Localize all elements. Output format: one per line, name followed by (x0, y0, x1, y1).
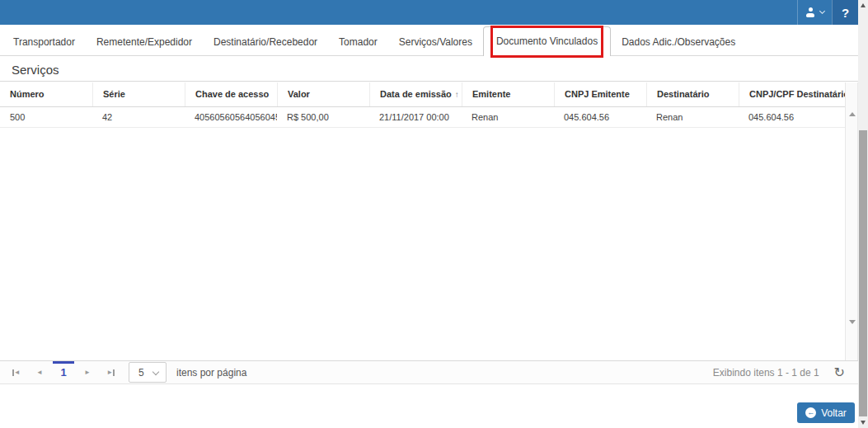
app-window: ? Transportador Remetente/Expedidor Dest… (0, 0, 868, 428)
tab-documento-vinculados[interactable]: Documento Vinculados (483, 26, 611, 56)
help-icon: ? (842, 6, 849, 20)
next-page-button[interactable]: ► (77, 363, 97, 383)
next-page-icon: ► (84, 369, 91, 376)
grid-scrollbar[interactable] (845, 82, 858, 360)
cell-cnpj-emitente: 045.604.56 (554, 107, 646, 127)
cell-valor: R$ 500,00 (277, 107, 369, 127)
tab-dados-adic-observacoes[interactable]: Dados Adic./Observações (611, 30, 746, 56)
chevron-down-icon (819, 8, 825, 14)
selected-page-indicator (53, 361, 74, 364)
first-page-button[interactable]: ◄ (7, 363, 26, 383)
scroll-up-icon[interactable] (861, 3, 866, 7)
voltar-button-label: Voltar (821, 407, 847, 419)
page-scrollbar[interactable] (858, 0, 868, 428)
topbar: ? (0, 0, 858, 25)
sort-ascending-icon: ↑ (455, 90, 459, 99)
tab-remetente-expedidor[interactable]: Remetente/Expedidor (86, 30, 203, 56)
tab-strip: Transportador Remetente/Expedidor Destin… (0, 30, 858, 56)
grid-body: 500 42 40560560564056045640650... R$ 500… (0, 107, 845, 360)
column-header-serie[interactable]: Série (92, 82, 185, 106)
help-button[interactable]: ? (832, 0, 858, 25)
last-page-button[interactable]: ► (101, 363, 120, 383)
column-header-destinatario[interactable]: Destinatário (646, 82, 739, 106)
back-icon: ← (805, 407, 816, 418)
cell-serie: 42 (92, 107, 185, 127)
grid-header-row: Número Série Chave de acesso Valor Data … (0, 82, 845, 107)
page-size-label: itens por página (176, 367, 246, 379)
tab-tomador[interactable]: Tomador (328, 30, 388, 56)
cell-destinatario: Renan (646, 107, 739, 127)
column-header-cnpj-emitente[interactable]: CNPJ Emitente (554, 82, 646, 106)
servicos-grid: Número Série Chave de acesso Valor Data … (0, 82, 858, 384)
scroll-down-icon[interactable] (861, 421, 866, 425)
column-header-cnpj-cpf-destinatario[interactable]: CNPJ/CPF Destinatário (739, 82, 845, 106)
grid-pager: ◄ ◄ 1 ► ► 5 itens por página Exibindo it… (0, 360, 858, 384)
scrollbar-thumb[interactable] (859, 130, 867, 416)
page-number-button[interactable]: 1 (53, 363, 74, 383)
tab-label: Documento Vinculados (496, 35, 598, 47)
page-title: Serviços (0, 63, 858, 77)
refresh-icon[interactable]: ↻ (834, 366, 845, 379)
tab-label: Dados Adic./Observações (622, 36, 735, 48)
cell-numero: 500 (0, 107, 92, 127)
cell-chave-de-acesso: 40560560564056045640650... (185, 107, 277, 127)
last-page-icon: ► (106, 369, 114, 376)
user-menu-button[interactable] (797, 0, 832, 25)
chevron-down-icon (152, 369, 159, 375)
section-header: Serviços (0, 63, 858, 82)
tab-servicos-valores[interactable]: Serviços/Valores (388, 30, 483, 56)
tab-destinatario-recebedor[interactable]: Destinatário/Recebedor (203, 30, 328, 56)
page-size-select[interactable]: 5 (129, 362, 167, 383)
column-header-valor[interactable]: Valor (277, 82, 369, 106)
cell-data-de-emissao: 21/11/2017 00:00 (369, 107, 462, 127)
column-header-label: Data de emissão (380, 89, 452, 99)
column-header-data-de-emissao[interactable]: Data de emissão↑ (369, 82, 462, 106)
pager-status-text: Exibindo itens 1 - 1 de 1 (713, 367, 819, 379)
tab-label: Transportador (13, 36, 75, 48)
tab-label: Remetente/Expedidor (96, 36, 192, 48)
cell-emitente: Renan (462, 107, 554, 127)
column-header-chave-de-acesso[interactable]: Chave de acesso (185, 82, 277, 106)
previous-page-button[interactable]: ◄ (30, 363, 49, 383)
column-header-numero[interactable]: Número (0, 82, 92, 106)
tab-transportador[interactable]: Transportador (2, 30, 86, 56)
divider (0, 81, 858, 82)
scroll-up-icon[interactable] (849, 112, 856, 116)
first-page-icon: ◄ (12, 369, 20, 376)
voltar-button[interactable]: ← Voltar (797, 402, 855, 423)
click-highlight-box: Documento Vinculados (490, 26, 603, 58)
user-icon (805, 7, 815, 17)
tab-label: Tomador (339, 36, 378, 48)
scroll-down-icon[interactable] (849, 320, 856, 324)
tab-label: Serviços/Valores (399, 36, 472, 48)
previous-page-icon: ◄ (36, 369, 43, 376)
page-size-value: 5 (129, 367, 144, 379)
cell-cnpj-cpf-destinatario: 045.604.56 (739, 107, 845, 127)
tab-label: Destinatário/Recebedor (213, 36, 317, 48)
column-header-emitente[interactable]: Emitente (462, 82, 554, 106)
table-row[interactable]: 500 42 40560560564056045640650... R$ 500… (0, 107, 845, 128)
